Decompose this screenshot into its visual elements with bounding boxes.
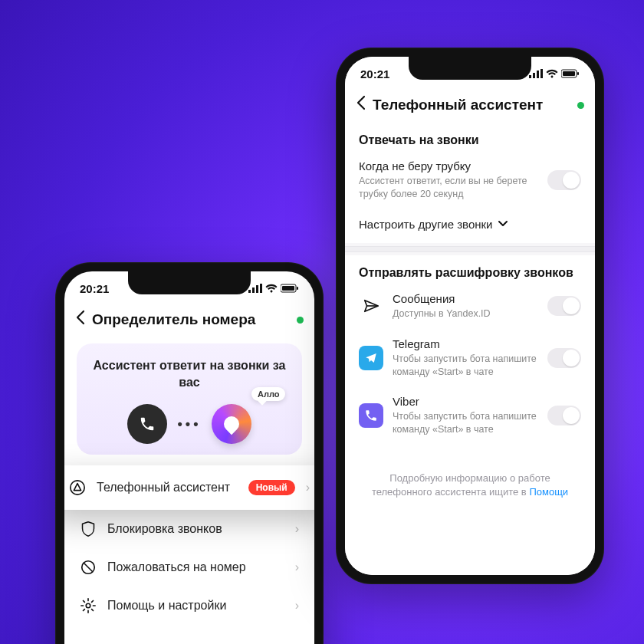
gear-icon bbox=[80, 597, 97, 614]
signal-icon bbox=[529, 69, 543, 78]
footer-note: Подробную информацию о работе телефонног… bbox=[359, 462, 581, 508]
setting-title: Viber bbox=[393, 395, 538, 408]
back-button[interactable] bbox=[356, 95, 366, 115]
section-answer-title: Отвечать на звонки bbox=[345, 123, 595, 152]
phone-call-icon bbox=[127, 404, 167, 444]
toggle-telegram[interactable] bbox=[547, 348, 581, 368]
svg-rect-0 bbox=[248, 290, 251, 293]
setting-title: Когда не беру трубку bbox=[359, 159, 538, 172]
menu-label: Помощь и настройки bbox=[107, 599, 284, 613]
status-icons bbox=[248, 284, 299, 293]
svg-line-9 bbox=[84, 564, 93, 572]
signal-icon bbox=[248, 284, 262, 293]
chevron-right-icon: › bbox=[306, 481, 310, 495]
menu-label: Пожаловаться на номер bbox=[107, 560, 284, 574]
setting-telegram: Telegram Чтобы запустить бота напишите к… bbox=[345, 330, 595, 388]
phone-left: 20:21 Определитель номера Ассистент отве… bbox=[55, 262, 324, 644]
divider bbox=[345, 246, 595, 252]
phone-left-screen: 20:21 Определитель номера Ассистент отве… bbox=[64, 271, 314, 644]
svg-rect-17 bbox=[577, 72, 579, 75]
shield-icon bbox=[80, 521, 97, 537]
new-badge: Новый bbox=[248, 480, 295, 495]
promo-title: Ассистент ответит на звонки за вас bbox=[89, 357, 290, 390]
status-time: 20:21 bbox=[80, 282, 109, 295]
status-dot bbox=[297, 317, 304, 324]
page-title-right: Телефонный ассистент bbox=[373, 97, 571, 113]
phone-right: 20:21 Телефонный ассистент Отвечать на з… bbox=[336, 48, 604, 584]
alice-icon bbox=[212, 404, 251, 444]
section-transcript-title: Отправлять расшифровку звонков bbox=[345, 255, 595, 284]
svg-rect-6 bbox=[297, 287, 298, 290]
footer-link[interactable]: Помощи bbox=[529, 486, 568, 498]
toggle-viber[interactable] bbox=[547, 406, 581, 426]
menu-item-assistant[interactable]: Телефонный ассистент Новый › bbox=[64, 465, 314, 510]
chevron-right-icon: › bbox=[295, 560, 299, 574]
menu-item-help[interactable]: Помощь и настройки › bbox=[64, 586, 314, 625]
back-button[interactable] bbox=[75, 310, 86, 330]
status-dot bbox=[577, 102, 584, 109]
menu: Телефонный ассистент Новый › Блокировка … bbox=[64, 465, 314, 625]
background: 20:21 Определитель номера Ассистент отве… bbox=[0, 0, 644, 644]
menu-item-report[interactable]: Пожаловаться на номер › bbox=[64, 548, 314, 586]
speech-bubble: Алло bbox=[251, 387, 286, 401]
status-time: 20:21 bbox=[360, 67, 389, 80]
svg-rect-16 bbox=[563, 71, 575, 76]
battery-icon bbox=[281, 284, 299, 293]
svg-rect-12 bbox=[533, 73, 535, 78]
send-icon bbox=[359, 294, 383, 318]
expand-other-calls[interactable]: Настроить другие звонки bbox=[345, 210, 595, 243]
svg-rect-14 bbox=[540, 69, 543, 78]
setting-desc: Доступны в Yandex.ID bbox=[393, 307, 538, 320]
assistant-icon bbox=[69, 479, 86, 496]
menu-label: Блокировка звонков bbox=[107, 522, 284, 536]
page-title-left: Определитель номера bbox=[92, 311, 291, 328]
setting-viber: Viber Чтобы запустить бота напишите кома… bbox=[345, 387, 595, 445]
svg-rect-13 bbox=[537, 71, 539, 78]
chevron-right-icon: › bbox=[295, 599, 299, 613]
status-icons bbox=[529, 69, 580, 78]
wifi-icon bbox=[546, 69, 558, 78]
notch bbox=[409, 57, 531, 80]
dots-icon: ••• bbox=[178, 416, 202, 432]
svg-rect-11 bbox=[529, 75, 531, 78]
setting-desc: Ассистент ответит, если вы не берете тру… bbox=[359, 175, 535, 201]
battery-icon bbox=[561, 69, 580, 78]
notch bbox=[128, 271, 251, 294]
setting-title: Сообщения bbox=[393, 292, 538, 305]
setting-desc: Чтобы запустить бота напишите команду «S… bbox=[393, 353, 538, 379]
setting-desc: Чтобы запустить бота напишите команду «S… bbox=[393, 410, 538, 436]
navbar-right: Телефонный ассистент bbox=[345, 90, 595, 123]
promo-card[interactable]: Ассистент ответит на звонки за вас ••• А… bbox=[77, 343, 302, 455]
promo-illustration: ••• Алло bbox=[89, 404, 290, 444]
toggle-no-answer[interactable] bbox=[547, 170, 581, 190]
svg-point-7 bbox=[71, 481, 84, 495]
menu-item-block[interactable]: Блокировка звонков › bbox=[64, 510, 314, 548]
viber-icon bbox=[359, 403, 383, 428]
setting-title: Telegram bbox=[393, 337, 538, 350]
svg-rect-3 bbox=[260, 284, 262, 293]
chevron-down-icon bbox=[498, 220, 508, 228]
svg-point-10 bbox=[86, 603, 90, 608]
navbar-left: Определитель номера bbox=[64, 305, 314, 337]
chevron-right-icon: › bbox=[295, 522, 299, 536]
svg-rect-5 bbox=[282, 286, 294, 291]
telegram-icon bbox=[359, 346, 383, 370]
svg-rect-1 bbox=[252, 288, 255, 293]
menu-label: Телефонный ассистент bbox=[97, 481, 238, 495]
setting-no-answer: Когда не беру трубку Ассистент ответит, … bbox=[345, 152, 595, 210]
setting-messages: Сообщения Доступны в Yandex.ID bbox=[345, 284, 595, 330]
footer-text: Подробную информацию о работе телефонног… bbox=[372, 472, 550, 498]
report-icon bbox=[80, 559, 97, 576]
phone-right-screen: 20:21 Телефонный ассистент Отвечать на з… bbox=[345, 57, 595, 575]
toggle-messages[interactable] bbox=[547, 296, 581, 316]
svg-rect-2 bbox=[256, 285, 258, 293]
alice-bubble: Алло bbox=[212, 404, 251, 444]
wifi-icon bbox=[265, 284, 278, 293]
expand-label: Настроить другие звонки bbox=[359, 218, 493, 231]
